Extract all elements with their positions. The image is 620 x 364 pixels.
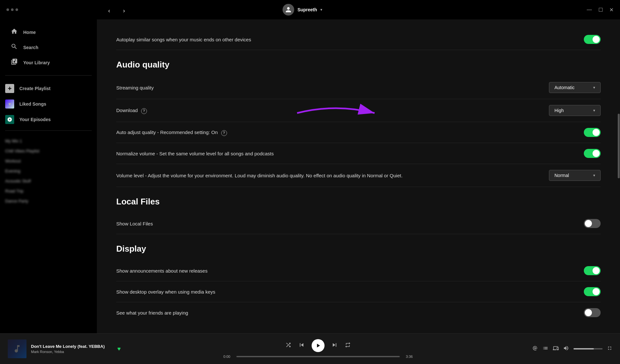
main-scrollbar[interactable] (617, 19, 620, 333)
create-playlist-icon: + (5, 84, 14, 93)
streaming-quality-label: Streaming quality (116, 84, 154, 91)
progress-bar[interactable] (236, 356, 400, 357)
sidebar-item-library[interactable]: Your Library (5, 55, 92, 70)
auto-adjust-row: Auto adjust quality - Recommended settin… (116, 122, 601, 143)
back-button[interactable]: ‹ (103, 5, 115, 16)
playlist-item[interactable]: Evening (5, 166, 92, 176)
user-avatar (283, 4, 294, 16)
sidebar-liked-songs[interactable]: ♥ Liked Songs (0, 96, 97, 112)
repeat-button[interactable] (345, 342, 351, 350)
sidebar-your-episodes[interactable]: Your Episodes (0, 112, 97, 127)
play-pause-button[interactable] (312, 339, 325, 352)
home-icon (10, 28, 18, 36)
dot-1 (6, 8, 9, 11)
download-quality-select[interactable]: High ▾ (549, 105, 601, 116)
display-heading: Display (116, 244, 601, 254)
local-files-section: Local Files (116, 197, 601, 207)
sidebar-item-home[interactable]: Home (5, 25, 92, 40)
user-chevron-icon: ▾ (320, 7, 322, 12)
see-friends-toggle-knob (585, 309, 592, 316)
user-area[interactable]: Supreeth ▾ (283, 4, 322, 16)
display-section: Display (116, 244, 601, 254)
autoplay-label: Autoplay similar songs when your music e… (116, 36, 251, 43)
current-time: 0:00 (221, 355, 232, 359)
your-episodes-icon (5, 115, 14, 124)
show-announcements-label: Show announcements about new releases (116, 267, 208, 274)
download-quality-value: High (554, 108, 564, 113)
volume-level-select[interactable]: Normal ▾ (549, 170, 601, 181)
expand-button[interactable] (607, 346, 612, 352)
volume-icon[interactable] (563, 345, 569, 353)
forward-button[interactable]: › (118, 5, 130, 16)
volume-bar[interactable] (574, 348, 603, 349)
sidebar-divider-1 (5, 75, 92, 76)
sidebar-library-label: Your Library (23, 60, 50, 65)
normalize-volume-row: Normalize volume - Set the same volume l… (116, 143, 601, 164)
shuffle-button[interactable] (285, 342, 292, 350)
playlist-item[interactable]: Chill Vibes Playlist (5, 146, 92, 156)
volume-level-chevron-icon: ▾ (593, 173, 595, 178)
playlist-item[interactable]: Workout (5, 156, 92, 166)
close-button[interactable]: ✕ (609, 7, 614, 13)
now-playing-text: Don't Leave Me Lonely (feat. YEBBA) Mark… (31, 344, 110, 354)
dot-3 (16, 8, 18, 11)
devices-button[interactable] (553, 345, 559, 353)
sidebar-create-playlist[interactable]: + Create Playlist (0, 81, 97, 96)
show-local-files-label: Show Local Files (116, 220, 153, 227)
maximize-button[interactable]: ☐ (598, 7, 603, 13)
auto-adjust-help-icon[interactable]: ? (221, 130, 227, 136)
show-desktop-overlay-row: Show desktop overlay when using media ke… (116, 281, 601, 302)
see-friends-row: See what your friends are playing (116, 302, 601, 323)
auto-adjust-toggle[interactable] (584, 128, 601, 137)
previous-button[interactable] (298, 341, 305, 350)
audio-quality-heading: Audio quality (116, 60, 601, 70)
progress-bar-area: 0:00 3:36 (221, 355, 415, 359)
sidebar-nav: Home Search Your Library (0, 25, 97, 70)
local-files-heading: Local Files (116, 197, 601, 207)
autoplay-toggle[interactable] (584, 35, 601, 44)
streaming-quality-chevron-icon: ▾ (593, 85, 595, 90)
streaming-quality-select[interactable]: Automatic ▾ (549, 82, 601, 93)
window-controls: — ☐ ✕ (587, 7, 614, 13)
normalize-volume-toggle-knob (593, 150, 600, 157)
see-friends-toggle[interactable] (584, 308, 601, 317)
playlist-item[interactable]: Acoustic Stuff (5, 176, 92, 186)
streaming-quality-value: Automatic (554, 85, 574, 90)
playlist-item[interactable]: Dance Party (5, 196, 92, 206)
playlist-item[interactable]: My Mix 1 (5, 136, 92, 146)
show-local-files-row: Show Local Files (116, 213, 601, 234)
volume-level-value: Normal (554, 173, 569, 178)
user-name: Supreeth (297, 7, 317, 12)
show-desktop-overlay-toggle-knob (593, 288, 600, 295)
volume-level-label: Volume level - Adjust the volume for you… (116, 172, 403, 179)
sidebar-search-label: Search (23, 45, 38, 50)
heart-icon[interactable]: ♥ (117, 346, 121, 352)
show-desktop-overlay-toggle[interactable] (584, 287, 601, 296)
show-announcements-toggle-knob (593, 267, 600, 274)
now-playing-song-info: Don't Leave Me Lonely (feat. YEBBA) Mark… (8, 339, 121, 358)
autoplay-row: Autoplay similar songs when your music e… (116, 29, 601, 50)
library-icon (10, 58, 18, 67)
minimize-button[interactable]: — (587, 7, 592, 13)
total-time: 3:36 (404, 355, 415, 359)
normalize-volume-toggle[interactable] (584, 149, 601, 158)
audio-quality-section: Audio quality (116, 60, 601, 70)
playlist-item[interactable]: Road Trip (5, 186, 92, 196)
download-label: Download ? (116, 107, 147, 114)
next-button[interactable] (331, 341, 338, 350)
sidebar-item-search[interactable]: Search (5, 40, 92, 55)
sidebar-your-episodes-label: Your Episodes (19, 117, 51, 122)
show-announcements-toggle[interactable] (584, 266, 601, 275)
download-help-icon[interactable]: ? (141, 108, 147, 114)
show-local-files-toggle[interactable] (584, 219, 601, 228)
dot-2 (11, 8, 14, 11)
volume-bar-fill (574, 348, 594, 349)
lyrics-button[interactable] (532, 345, 538, 353)
main-content: Autoplay similar songs when your music e… (97, 19, 620, 333)
now-playing-bar: Don't Leave Me Lonely (feat. YEBBA) Mark… (0, 333, 620, 364)
streaming-quality-row: Streaming quality Automatic ▾ (116, 76, 601, 99)
playback-controls: 0:00 3:36 (121, 339, 515, 359)
sidebar-liked-songs-label: Liked Songs (19, 101, 46, 107)
queue-button[interactable] (542, 345, 548, 353)
sidebar-playlist-list: My Mix 1 Chill Vibes Playlist Workout Ev… (0, 136, 97, 206)
